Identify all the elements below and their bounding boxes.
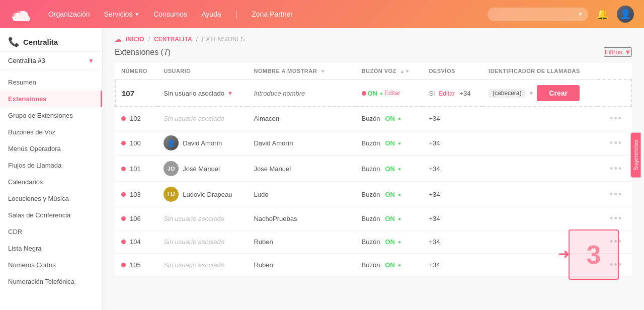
on-dot: ● <box>398 192 401 197</box>
table-row: 106Sin usuario asociadoNachoPruebasBuzón… <box>115 207 631 230</box>
sidebar-item-flujos-llamada[interactable]: Flujos de Llamada <box>0 157 102 174</box>
more-actions-button[interactable]: ••• <box>607 188 625 201</box>
status-dot <box>121 141 126 145</box>
sidebar-item-buzones-voz[interactable]: Buzones de Voz <box>0 124 102 140</box>
sidebar-item-extensiones[interactable]: Extensiones <box>0 91 102 107</box>
row-actions: ••• <box>597 254 631 277</box>
row-user: Sin usuario asociado <box>157 207 248 230</box>
search-input[interactable] <box>488 8 588 21</box>
row-callerid <box>482 207 597 230</box>
row-callerid <box>482 254 597 277</box>
sidebar-item-locuciones[interactable]: Locuciones y Música <box>0 190 102 207</box>
row-user: JOJosé Manuel <box>157 156 248 182</box>
table-row: 101JOJosé ManuelJose ManuelBuzónON●+34••… <box>115 156 631 182</box>
breadcrumb-home[interactable]: INICIO <box>126 36 144 43</box>
chevron-down-icon: ▼ <box>528 90 534 96</box>
more-actions-button[interactable]: ••• <box>607 137 625 149</box>
row-number: 106 <box>115 207 157 230</box>
new-row-number: 107 <box>115 80 157 107</box>
user-select-button[interactable]: Sin usuario asociado ▼ <box>164 90 233 97</box>
sidebar-item-numeros-cortos[interactable]: Números Cortos <box>0 257 102 273</box>
filters-button[interactable]: Filtros ▼ <box>604 47 632 57</box>
more-actions-button[interactable]: ••• <box>607 112 625 125</box>
sidebar-item-salas-conferencia[interactable]: Salas de Conferencia <box>0 207 102 223</box>
sort-icon: ▲▼ <box>399 68 410 74</box>
sidebar-menu: Resumen Extensiones Grupo de Extensiones… <box>0 70 102 310</box>
table-row: 104Sin usuario asociadoRubenBuzónON●+34•… <box>115 230 631 254</box>
table-wrap: NÚMERO USUARIO NOMBRE A MOSTRAR ▼ BUZÓN … <box>103 63 644 310</box>
sidebar-item-numeracion-telefonica[interactable]: Numeración Telefónica <box>0 273 102 290</box>
sugerencias-tab[interactable]: Sugerencias <box>630 132 640 177</box>
row-number: 101 <box>115 156 157 182</box>
sidebar-item-calendarios[interactable]: Calendarios <box>0 174 102 190</box>
phone-icon: 📞 <box>8 36 19 47</box>
row-actions: ••• <box>597 182 631 207</box>
row-buzon: BuzónON● <box>356 107 423 130</box>
more-actions-button[interactable]: ••• <box>607 163 625 175</box>
logo[interactable] <box>10 7 32 21</box>
sidebar-item-grupo-extensiones[interactable]: Grupo de Extensiones <box>0 107 102 124</box>
sidebar-item-lista-negra[interactable]: Lista Negra <box>0 240 102 257</box>
nav-ayuda[interactable]: Ayuda <box>201 10 221 18</box>
nav-zona-partner[interactable]: Zona Partner <box>252 10 293 18</box>
bell-icon[interactable]: 🔔 <box>596 8 609 20</box>
crear-button[interactable]: Crear <box>537 85 580 101</box>
row-display-name: Ruben <box>248 230 355 254</box>
status-dot <box>121 216 126 221</box>
more-actions-button[interactable]: ••• <box>607 212 625 225</box>
nav-servicios[interactable]: Servicios ▼ <box>104 10 140 18</box>
table-row: 103LULudovic DrapeauLudoBuzónON●+34••• <box>115 182 631 207</box>
row-buzon: BuzónON● <box>356 130 423 156</box>
page-header: Extensiones (7) Filtros ▼ <box>103 43 644 63</box>
breadcrumb: ☁ INICIO / CENTRALITA / EXTENSIONES <box>103 28 644 43</box>
nav-consumos[interactable]: Consumos <box>153 10 187 18</box>
avatar[interactable]: 👤 <box>617 6 634 23</box>
status-dot-red <box>362 91 366 96</box>
col-nombre[interactable]: NOMBRE A MOSTRAR ▼ <box>248 63 355 80</box>
row-actions: ••• <box>597 207 631 230</box>
more-actions-button[interactable]: ••• <box>607 236 625 248</box>
row-display-name: Ruben <box>248 254 355 277</box>
more-actions-button[interactable]: ••• <box>607 259 625 271</box>
main-layout: 📞 Centralita Centralita #3 ▼ Resumen Ext… <box>0 28 644 310</box>
centralita-selector[interactable]: Centralita #3 ▼ <box>0 52 102 70</box>
extensions-table: NÚMERO USUARIO NOMBRE A MOSTRAR ▼ BUZÓN … <box>115 63 632 277</box>
chevron-down-icon: ▼ <box>227 90 233 96</box>
nav-organizacion[interactable]: Organización <box>48 10 90 18</box>
sidebar-title: Centralita <box>23 38 58 46</box>
name-input[interactable] <box>254 90 349 97</box>
sidebar-header: 📞 Centralita <box>0 28 102 52</box>
desvios-edit-link[interactable]: Editar <box>439 90 454 97</box>
sidebar-item-menus-operadora[interactable]: Menús Operadora <box>0 140 102 157</box>
status-dot <box>121 240 126 244</box>
breadcrumb-sep1: / <box>148 36 150 43</box>
sidebar-item-cdr[interactable]: CDR <box>0 223 102 240</box>
col-numero: NÚMERO <box>115 63 157 80</box>
callerid-badge: (cabecera) <box>489 89 525 98</box>
row-actions: ••• <box>597 130 631 156</box>
buzon-edit-link[interactable]: Editar <box>384 90 400 97</box>
row-display-name: NachoPruebas <box>248 207 355 230</box>
row-callerid <box>482 156 597 182</box>
avatar: JO <box>164 161 179 176</box>
row-display-name: Ludo <box>248 182 355 207</box>
chevron-down-icon: ▼ <box>134 12 139 17</box>
row-buzon: BuzónON● <box>356 254 423 277</box>
status-dot <box>121 167 126 171</box>
sort-icon: ▼ <box>320 68 326 74</box>
col-buzon[interactable]: BUZÓN VOZ ▲▼ <box>356 63 423 80</box>
row-actions: ••• <box>597 230 631 254</box>
breadcrumb-centralita[interactable]: CENTRALITA <box>154 36 192 43</box>
topnav-right: ▼ 🔔 👤 <box>488 6 634 23</box>
nav-links: Organización Servicios ▼ Consumos Ayuda … <box>48 9 471 20</box>
sidebar-item-resumen[interactable]: Resumen <box>0 74 102 91</box>
row-user: Sin usuario asociado <box>157 107 248 130</box>
row-display-name: Almacen <box>248 107 355 130</box>
row-number: 105 <box>115 254 157 277</box>
row-number: 102 <box>115 107 157 130</box>
row-desvios: +34 <box>423 207 482 230</box>
row-buzon: BuzónON● <box>356 207 423 230</box>
avatar: LU <box>164 187 179 202</box>
chevron-down-icon: ▼ <box>88 57 94 64</box>
row-display-name: David Amorín <box>248 130 355 156</box>
